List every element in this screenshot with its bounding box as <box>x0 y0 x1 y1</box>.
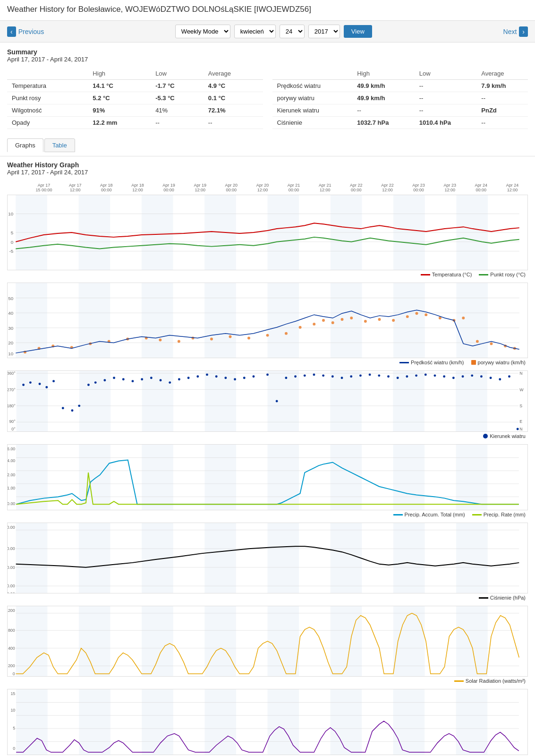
summary-title: Summary <box>7 48 528 56</box>
tab-table[interactable]: Table <box>44 138 75 152</box>
svg-text:10: 10 <box>8 351 13 356</box>
wind-dir-legend-icon <box>483 434 488 438</box>
svg-point-95 <box>62 407 64 409</box>
svg-text:W: W <box>519 387 524 392</box>
svg-point-53 <box>341 318 344 321</box>
svg-text:5: 5 <box>11 230 14 235</box>
year-select[interactable]: 2017 <box>308 25 340 38</box>
table-row: Ciśnienie 1032.7 hPa 1010.4 hPa -- <box>272 117 528 129</box>
svg-point-122 <box>313 373 315 376</box>
svg-point-126 <box>350 375 352 378</box>
svg-rect-71 <box>205 371 236 431</box>
svg-point-114 <box>234 378 236 380</box>
dew-legend-line-icon <box>479 274 488 275</box>
month-select[interactable]: kwiecień <box>234 25 276 38</box>
svg-point-144 <box>517 428 519 430</box>
svg-text:E: E <box>519 419 522 424</box>
svg-point-99 <box>94 381 97 384</box>
svg-point-131 <box>397 377 399 379</box>
pressure-legend-icon <box>479 597 488 599</box>
page-header: Weather History for Bolesławice, WOJEWóD… <box>0 0 535 43</box>
solar-chart-wrapper: 1200 800 400 200 0 Solar Radiation (watt… <box>7 606 528 685</box>
svg-point-57 <box>392 319 395 322</box>
prev-button[interactable]: ‹ Previous <box>7 26 44 37</box>
svg-point-90 <box>22 384 25 386</box>
day-select[interactable]: 24 <box>280 25 305 38</box>
svg-point-115 <box>243 377 246 379</box>
svg-rect-17 <box>79 283 110 358</box>
svg-text:90°: 90° <box>9 419 16 424</box>
temp-legend: Temperatura (°C) Punkt rosy (°C) <box>7 270 528 279</box>
view-button[interactable]: View <box>344 25 372 38</box>
svg-rect-181 <box>142 606 173 676</box>
svg-text:0: 0 <box>13 746 15 751</box>
right-summary-table: High Low Average Prędkość wiatru 49.9 km… <box>272 68 528 129</box>
svg-point-107 <box>169 381 171 384</box>
svg-rect-179 <box>16 606 48 676</box>
svg-text:40: 40 <box>8 310 13 316</box>
svg-rect-74 <box>393 371 424 431</box>
svg-rect-152 <box>456 445 488 510</box>
svg-text:0: 0 <box>13 671 15 676</box>
svg-point-120 <box>294 375 297 378</box>
svg-point-100 <box>103 379 106 381</box>
solar-legend: Solar Radiation (watts/m²) <box>7 677 528 685</box>
svg-rect-198 <box>142 689 173 755</box>
svg-text:10: 10 <box>10 708 15 713</box>
svg-text:10: 10 <box>8 211 13 216</box>
svg-rect-163 <box>79 523 110 593</box>
wind-legend: Prędkość wiatru (km/h) porywy wiatru (km… <box>7 358 528 367</box>
svg-point-64 <box>476 340 479 343</box>
svg-point-137 <box>452 377 455 379</box>
svg-point-130 <box>387 375 390 378</box>
svg-point-140 <box>480 375 483 378</box>
svg-rect-19 <box>204 283 236 358</box>
wind-speed-legend-icon <box>399 362 409 363</box>
svg-point-60 <box>425 313 427 316</box>
col-label <box>7 68 88 80</box>
svg-point-104 <box>141 378 143 380</box>
tab-graphs[interactable]: Graphs <box>7 138 43 152</box>
svg-rect-23 <box>456 283 488 358</box>
svg-text:1200: 1200 <box>7 608 15 613</box>
svg-text:6.00: 6.00 <box>7 447 15 451</box>
solar-chart: 1200 800 400 200 0 <box>7 606 528 677</box>
svg-text:0: 0 <box>11 240 14 245</box>
col-low: Low <box>415 68 477 80</box>
svg-text:0°: 0° <box>11 427 16 431</box>
precip-chart: 6.00 4.00 2.00 1.00 0.00 <box>7 444 528 510</box>
svg-point-109 <box>187 377 190 379</box>
svg-rect-196 <box>16 689 48 755</box>
svg-text:400: 400 <box>8 646 15 651</box>
temperature-chart: 10 5 0 -5 <box>7 195 528 270</box>
wind-direction-chart-wrapper: 360° 270° 180° 90° 0° N W S E N <box>7 370 528 440</box>
svg-point-101 <box>113 377 115 379</box>
table-row: Prędkość wiatru 49.9 km/h -- 7.9 km/h <box>272 80 528 92</box>
svg-text:180°: 180° <box>7 404 16 408</box>
svg-point-135 <box>434 374 436 377</box>
svg-point-111 <box>206 373 208 376</box>
precip-chart-wrapper: 6.00 4.00 2.00 1.00 0.00 Precip. Accum. … <box>7 444 528 519</box>
svg-point-118 <box>276 400 278 403</box>
svg-rect-150 <box>331 445 362 510</box>
col-high: High <box>352 68 415 80</box>
svg-rect-20 <box>268 283 299 358</box>
navigation-bar: ‹ Previous Weekly Mode kwiecień 24 2017 … <box>0 21 535 43</box>
pressure-chart: 1040.00 1030.00 1020.00 1010.00 1000.00 <box>7 523 528 593</box>
precip-accum-legend-icon <box>393 514 403 515</box>
svg-point-58 <box>406 315 409 318</box>
svg-point-97 <box>78 404 80 407</box>
svg-point-119 <box>285 377 287 379</box>
mode-select[interactable]: Weekly Mode <box>175 25 230 38</box>
svg-text:4.00: 4.00 <box>7 458 15 463</box>
svg-point-132 <box>406 375 408 378</box>
svg-text:N: N <box>519 371 522 376</box>
wind-direction-chart: 360° 270° 180° 90° 0° N W S E N <box>7 370 528 432</box>
svg-point-112 <box>215 375 218 378</box>
svg-point-128 <box>369 373 371 376</box>
svg-text:N: N <box>519 427 522 431</box>
tabs-section: Graphs Table <box>0 135 535 156</box>
precip-rate-legend-icon <box>472 514 482 515</box>
next-button[interactable]: Next › <box>503 26 528 37</box>
svg-point-49 <box>299 326 302 329</box>
